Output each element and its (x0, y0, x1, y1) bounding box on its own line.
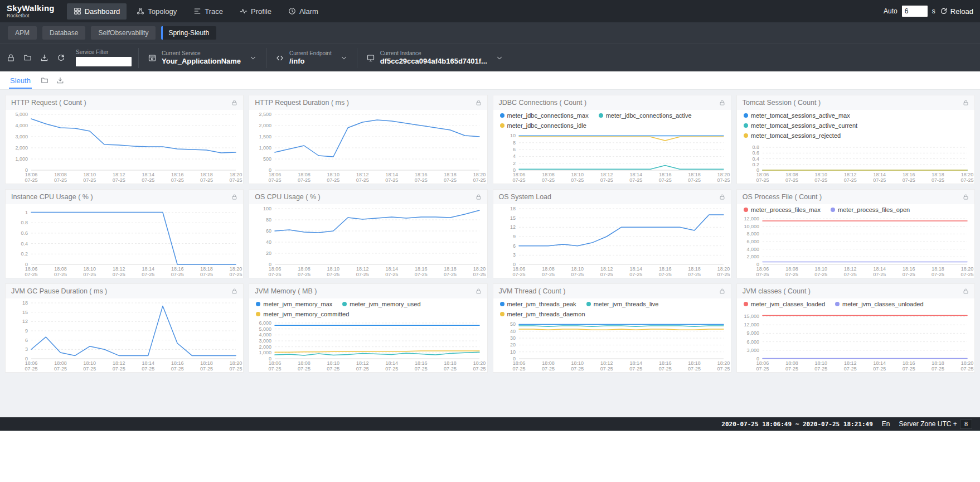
chart-canvas[interactable]: 01,0002,0003,0004,0005,0006,00018:0607-2… (249, 319, 487, 373)
svg-text:18:12: 18:12 (356, 266, 369, 272)
legend-item[interactable]: meter_jvm_classes_unloaded (835, 301, 924, 307)
folder-icon[interactable] (41, 76, 48, 84)
brand-logo[interactable]: SkyWalking Rocketbot (7, 4, 55, 18)
legend-item[interactable]: meter_jvm_threads_peak (500, 301, 576, 307)
tab-sleuth[interactable]: Sleuth (9, 73, 32, 89)
selector-current-endpoint[interactable]: Current Endpoint/info (266, 48, 357, 68)
chart-canvas[interactable]: 03,0006,0009,00012,00015,00018:0607-2518… (737, 309, 975, 373)
nav-item-topology[interactable]: Topology (130, 3, 183, 20)
nav-item-profile[interactable]: Profile (233, 3, 278, 20)
lock-icon[interactable] (963, 99, 969, 106)
tab-database[interactable]: Database (42, 26, 85, 40)
auto-refresh-interval-input[interactable] (902, 6, 928, 17)
selector-current-instance[interactable]: Current Instancedf5cc29cca094af4b165d740… (357, 48, 512, 68)
nav-item-alarm[interactable]: Alarm (282, 3, 325, 20)
chart-canvas[interactable]: 036912151818:0607-2518:0807-2518:1007-25… (493, 204, 731, 278)
svg-text:6: 6 (512, 243, 515, 249)
legend-item[interactable]: meter_jvm_memory_committed (256, 311, 349, 317)
chart-card: OS System Load036912151818:0607-2518:080… (493, 189, 731, 278)
lock-icon[interactable] (476, 99, 482, 106)
tab-selfobservability[interactable]: SelfObservability (91, 26, 156, 40)
download-icon[interactable] (56, 76, 64, 84)
legend-item[interactable]: meter_jdbc_connections_active (599, 112, 692, 119)
chart-card: OS CPU Usage ( % )02040608010018:0607-25… (249, 189, 487, 278)
lock-icon[interactable] (719, 288, 725, 295)
svg-text:5,000: 5,000 (15, 112, 28, 117)
svg-text:07-25: 07-25 (600, 177, 613, 183)
download-icon[interactable] (40, 54, 48, 62)
legend-item[interactable]: meter_process_files_max (744, 206, 821, 213)
lock-icon[interactable] (719, 99, 725, 106)
chart-canvas[interactable]: 00.20.40.60.8118:0607-2518:0807-2518:100… (6, 204, 244, 278)
lock-icon[interactable] (476, 194, 482, 200)
chart-canvas[interactable]: 02040608010018:0607-2518:0807-2518:1007-… (249, 204, 487, 278)
chart-canvas[interactable]: 036912151818:0607-2518:0807-2518:1007-25… (6, 298, 244, 373)
legend-label: meter_process_files_max (751, 206, 821, 213)
legend-item[interactable]: meter_process_files_open (831, 206, 910, 213)
svg-text:18:20: 18:20 (717, 360, 730, 366)
chart-canvas[interactable]: 0102030405018:0607-2518:0807-2518:1007-2… (493, 319, 731, 373)
nav-item-trace[interactable]: Trace (187, 3, 230, 20)
brand-name: SkyWalking (7, 4, 55, 12)
chart-title: HTTP Request ( Count ) (11, 99, 86, 107)
service-filter-input[interactable] (76, 57, 132, 66)
legend-item[interactable]: meter_jvm_threads_daemon (500, 311, 585, 317)
chart-card-head: OS Process File ( Count ) (737, 190, 974, 204)
refresh-icon[interactable] (57, 54, 65, 62)
svg-text:18:14: 18:14 (873, 360, 886, 366)
chart-canvas[interactable]: 024681018:0607-2518:0807-2518:1007-2518:… (493, 130, 731, 184)
legend-item[interactable]: meter_jvm_classes_loaded (744, 301, 825, 307)
profile-icon (240, 7, 248, 15)
svg-text:3: 3 (25, 346, 28, 352)
lock-icon[interactable] (231, 194, 237, 200)
svg-text:07-25: 07-25 (25, 177, 37, 183)
svg-text:18:18: 18:18 (932, 360, 944, 366)
nav-item-dashboard[interactable]: Dashboard (67, 3, 127, 20)
language-selector[interactable]: En (882, 420, 890, 428)
svg-text:07-25: 07-25 (902, 366, 915, 372)
svg-text:9,000: 9,000 (746, 330, 759, 336)
svg-text:07-25: 07-25 (269, 272, 282, 277)
svg-text:2,500: 2,500 (259, 112, 272, 117)
legend-item[interactable]: meter_tomcat_sessions_active_max (744, 112, 850, 119)
lock-icon[interactable] (476, 288, 482, 295)
legend-item[interactable]: meter_tomcat_sessions_rejected (744, 132, 841, 139)
chart-canvas[interactable]: 05001,0001,5002,0002,50018:0607-2518:080… (249, 110, 487, 184)
svg-text:07-25: 07-25 (415, 272, 428, 277)
tab-apm[interactable]: APM (8, 26, 37, 40)
svg-text:500: 500 (263, 156, 271, 162)
chart-card: OS Process File ( Count )meter_process_f… (736, 189, 975, 278)
legend-item[interactable]: meter_jvm_threads_live (586, 301, 659, 307)
lock-icon[interactable] (719, 194, 725, 200)
svg-text:18:08: 18:08 (298, 360, 311, 366)
svg-text:07-25: 07-25 (83, 272, 96, 277)
svg-text:07-25: 07-25 (444, 366, 457, 372)
svg-text:07-25: 07-25 (902, 272, 915, 277)
svg-text:07-25: 07-25 (385, 366, 398, 372)
svg-text:18:08: 18:08 (298, 172, 311, 177)
folder-icon[interactable] (23, 54, 32, 62)
chart-canvas[interactable]: 01,0002,0003,0004,0005,00018:0607-2518:0… (6, 110, 244, 184)
lock-icon[interactable] (7, 54, 15, 62)
chart-canvas[interactable]: 02,0004,0006,0008,00010,00012,00018:0607… (737, 214, 975, 278)
legend-dot (342, 302, 347, 306)
selector-current-service[interactable]: Current ServiceYour_ApplicationName (138, 48, 266, 68)
lock-icon[interactable] (963, 288, 969, 295)
svg-text:40: 40 (510, 329, 515, 334)
legend-item[interactable]: meter_jdbc_connections_idle (500, 122, 586, 129)
lock-icon[interactable] (231, 99, 237, 106)
legend-item[interactable]: meter_jdbc_connections_max (500, 112, 589, 119)
svg-text:0.2: 0.2 (752, 162, 759, 167)
legend-item[interactable]: meter_jvm_memory_used (342, 301, 420, 307)
legend-item[interactable]: meter_tomcat_sessions_active_current (744, 122, 857, 129)
reload-button[interactable]: Reload (940, 7, 973, 16)
service-icon (148, 54, 157, 62)
selector-label: Current Instance (380, 50, 487, 57)
legend-item[interactable]: meter_jvm_memory_max (256, 301, 332, 307)
svg-text:07-25: 07-25 (629, 366, 642, 372)
tab-spring-sleuth[interactable]: Spring-Sleuth (161, 26, 216, 40)
lock-icon[interactable] (963, 194, 969, 200)
server-zone-value[interactable]: 8 (960, 420, 972, 429)
lock-icon[interactable] (231, 288, 237, 295)
chart-canvas[interactable]: 00.20.40.60.818:0607-2518:0807-2518:1007… (737, 140, 975, 184)
